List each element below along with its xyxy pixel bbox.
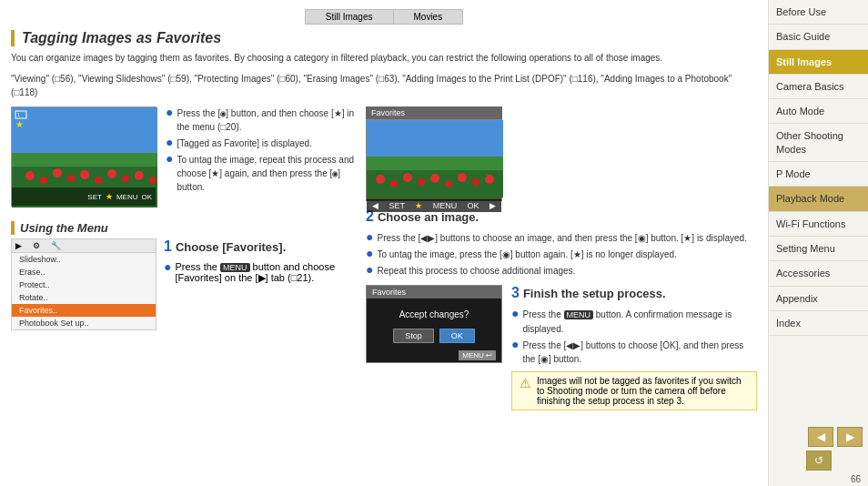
dialog-header-label: Favorites xyxy=(367,286,501,299)
svg-point-19 xyxy=(376,175,385,184)
svg-rect-0 xyxy=(12,107,157,153)
menu-item-photobook[interactable]: Photobook Set up.. xyxy=(12,317,156,329)
step1-bullet: Press the MENU button and choose [Favori… xyxy=(175,261,357,284)
svg-point-8 xyxy=(95,177,102,184)
sidebar-item-index[interactable]: Index xyxy=(769,311,868,336)
step1-container: 1 Choose [Favorites]. ● Press the MENU b… xyxy=(164,238,357,330)
warning-icon: ⚠ xyxy=(520,376,531,390)
tab-movies[interactable]: Movies xyxy=(394,9,464,25)
menu-header-settings: ⚙ xyxy=(33,241,40,250)
svg-point-10 xyxy=(122,175,129,182)
svg-point-12 xyxy=(149,177,156,184)
menu-header-tool: 🔧 xyxy=(51,241,61,250)
dialog-stop-button[interactable]: Stop xyxy=(393,329,434,343)
step3-number: 3 xyxy=(511,285,520,301)
svg-point-3 xyxy=(25,171,35,180)
sidebar-item-advanced-guide[interactable]: Still Images xyxy=(769,50,868,75)
dialog-container: Favorites Accept changes? Stop OK MENU ↩ xyxy=(366,285,502,363)
warning-box: ⚠ Images will not be tagged as favorites… xyxy=(511,371,757,410)
step3-bullet-2: Press the [◀▶] buttons to choose [OK], a… xyxy=(522,339,757,366)
svg-point-4 xyxy=(40,177,47,184)
bottom-menu: MENU xyxy=(433,201,458,210)
left-bullet-2: [Tagged as Favorite] is displayed. xyxy=(177,137,311,150)
left-bullet-1: Press the [◉] button, and then choose [★… xyxy=(177,106,357,134)
svg-point-23 xyxy=(430,174,439,183)
sidebar-item-auto-mode[interactable]: Auto Mode xyxy=(769,99,868,124)
step2-container: 2 Choose an image. ● Press the [◀▶] butt… xyxy=(366,208,757,278)
svg-point-9 xyxy=(107,169,116,178)
svg-point-5 xyxy=(53,168,62,177)
step2-heading: Choose an image. xyxy=(378,210,479,224)
ok-label: OK xyxy=(141,193,152,201)
sidebar-item-other-shooting[interactable]: Other Shooting Modes xyxy=(769,124,868,162)
menu-header-play: ▶ xyxy=(15,241,22,250)
bottom-set: SET xyxy=(389,201,405,210)
sidebar-item-accessories[interactable]: Accessories xyxy=(769,261,868,286)
page-title: Tagging Images as Favorites xyxy=(11,30,757,46)
step3-bullet-1: Press the MENU button. A confirmation me… xyxy=(522,308,757,336)
svg-point-6 xyxy=(67,175,75,182)
svg-point-24 xyxy=(445,180,452,187)
sidebar-item-camera-basics[interactable]: Camera Basics xyxy=(769,75,868,99)
camera-image-panel: 1 ★ SET ★ MENU OK xyxy=(11,106,156,207)
step1-heading: Choose [Favorites]. xyxy=(176,240,286,254)
menu-item-rotate[interactable]: Rotate.. xyxy=(12,291,156,304)
favorites-image: ◀ SET ★ MENU OK ▶ xyxy=(366,119,502,201)
sidebar-item-p-mode[interactable]: P Mode xyxy=(769,162,868,187)
prev-nav-button[interactable]: ◀ xyxy=(808,427,833,447)
svg-point-25 xyxy=(458,173,467,182)
menu-item-protect[interactable]: Protect.. xyxy=(12,278,156,291)
intro-text: You can organize images by tagging them … xyxy=(11,52,757,65)
star-icon: ★ xyxy=(106,192,113,201)
svg-rect-16 xyxy=(367,120,503,157)
favorites-panel: Favorites xyxy=(366,106,757,201)
sidebar-item-before-use[interactable]: Before Use xyxy=(769,0,868,25)
svg-point-7 xyxy=(80,170,89,179)
step3-container: 3 Finish the setup process. ● Press the … xyxy=(511,285,757,410)
bottom-star: ★ xyxy=(415,201,422,210)
set-label: SET xyxy=(87,193,102,201)
sidebar-item-setting-menu[interactable]: Setting Menu xyxy=(769,237,868,261)
svg-text:★: ★ xyxy=(15,119,24,129)
left-bullet-3: To untag the image, repeat this process … xyxy=(177,153,357,194)
tab-still-images[interactable]: Still Images xyxy=(305,9,394,25)
reference-list: "Viewing" (□56), "Viewing Slideshows" (□… xyxy=(11,72,757,99)
bottom-right-icon: ▶ xyxy=(490,201,496,210)
bottom-left-icon: ◀ xyxy=(372,201,378,210)
next-nav-button[interactable]: ▶ xyxy=(837,427,863,447)
svg-point-21 xyxy=(403,173,412,182)
step2-bullet-3: Repeat this process to choose additional… xyxy=(377,264,575,278)
sidebar-item-appendix[interactable]: Appendix xyxy=(769,287,868,311)
step2-bullet-1: Press the [◀▶] buttons to choose an imag… xyxy=(377,231,746,245)
dialog-menu-btn[interactable]: MENU ↩ xyxy=(459,350,496,360)
section-heading-menu: Using the Menu xyxy=(11,221,357,235)
warning-text: Images will not be tagged as favorites i… xyxy=(537,376,749,406)
svg-point-20 xyxy=(390,180,398,187)
bottom-ok: OK xyxy=(468,201,479,210)
step1-number: 1 xyxy=(164,238,172,255)
sidebar-item-wifi[interactable]: Wi-Fi Functions xyxy=(769,212,868,237)
bottom-nav: ◀ ▶ xyxy=(769,423,868,451)
dialog-ok-button[interactable]: OK xyxy=(439,329,475,343)
menu-item-favorites[interactable]: Favorites.. xyxy=(12,304,156,317)
svg-point-11 xyxy=(135,171,144,180)
sidebar-item-playback-mode[interactable]: Playback Mode xyxy=(769,187,868,211)
sidebar: Before Use Basic Guide Still Images Came… xyxy=(768,0,868,486)
svg-text:1: 1 xyxy=(17,112,20,117)
svg-point-26 xyxy=(472,178,479,186)
sidebar-item-basic-guide[interactable]: Basic Guide xyxy=(769,25,868,49)
menu-item-slideshow[interactable]: Slideshow.. xyxy=(12,253,156,266)
svg-point-27 xyxy=(485,175,494,184)
favorites-header-label: Favorites xyxy=(366,106,502,119)
menu-item-erase[interactable]: Erase.. xyxy=(12,266,156,278)
step3-heading: Finish the setup process. xyxy=(523,287,666,300)
page-number: 66 xyxy=(769,474,868,486)
refresh-nav-button[interactable]: ↺ xyxy=(806,451,832,471)
dialog-text: Accept changes? xyxy=(374,309,494,319)
svg-point-22 xyxy=(418,178,425,186)
step2-bullet-2: To untag the image, press the [◉] button… xyxy=(377,248,676,261)
menu-screenshot: ▶ ⚙ 🔧 Slideshow.. Erase.. Protect.. Rota… xyxy=(11,238,156,330)
menu-label: MENU xyxy=(116,193,138,201)
